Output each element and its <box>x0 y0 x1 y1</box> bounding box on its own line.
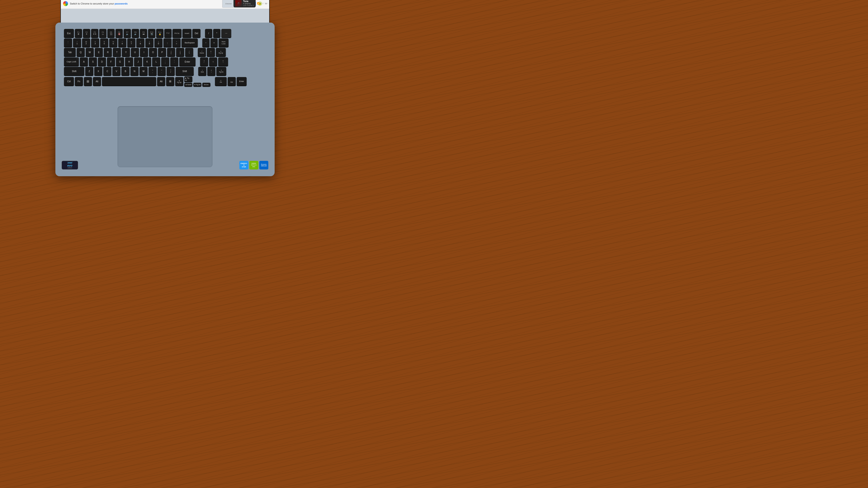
key-bracket-l[interactable]: {[ <box>167 48 175 57</box>
key-prtsc[interactable]: Prt Sc <box>173 29 182 37</box>
key-f[interactable]: F <box>107 57 115 66</box>
key-i[interactable]: I <box>140 48 148 57</box>
key-backspace[interactable]: Backspace <box>182 38 198 47</box>
key-r[interactable]: R <box>104 48 112 57</box>
key-numpad-plus[interactable]: + <box>211 38 218 47</box>
key-bracket-r[interactable]: }] <box>176 48 184 57</box>
key-h[interactable]: H <box>125 57 133 66</box>
key-z[interactable]: Z <box>85 67 93 75</box>
key-equals[interactable]: += <box>173 38 181 47</box>
key-o[interactable]: O <box>149 48 157 57</box>
key-f12[interactable]: F12 <box>164 29 172 37</box>
key-j[interactable]: J <box>134 57 142 66</box>
key-numpad-1[interactable]: 1End <box>198 67 206 75</box>
key-numpad-3[interactable]: 3Pg Dn <box>216 67 226 75</box>
key-g[interactable]: G <box>116 57 124 66</box>
key-c[interactable]: C <box>103 67 112 75</box>
key-t[interactable]: T <box>113 48 121 57</box>
key-numpad-7[interactable]: 7Home <box>198 48 206 57</box>
key-tab[interactable]: Tab <box>64 48 76 57</box>
key-b[interactable]: B <box>121 67 129 75</box>
key-semicolon[interactable]: :; <box>161 57 169 66</box>
trackpad[interactable] <box>118 106 213 167</box>
key-6[interactable]: ^6 <box>118 38 126 47</box>
key-v[interactable]: V <box>112 67 121 75</box>
key-5[interactable]: %5 <box>109 38 117 47</box>
key-fn[interactable]: Fn <box>75 77 83 86</box>
key-4[interactable]: $4 <box>100 38 108 47</box>
key-a[interactable]: A <box>80 57 88 66</box>
key-x[interactable]: X <box>94 67 102 75</box>
key-9[interactable]: (9 <box>145 38 153 47</box>
key-7[interactable]: &7 <box>127 38 135 47</box>
key-p[interactable]: P <box>158 48 166 57</box>
key-minus[interactable]: _- <box>163 38 172 47</box>
key-context[interactable]: ⊞ <box>166 77 174 86</box>
key-d[interactable]: D <box>98 57 106 66</box>
key-f3[interactable]: F3☀☀ <box>91 29 98 37</box>
key-f7[interactable]: F7🔈 <box>124 29 131 37</box>
key-arrow-up[interactable]: ▲Pg Up <box>175 77 183 86</box>
key-w[interactable]: W <box>86 48 94 57</box>
key-arrow-up2[interactable]: ▲ Pg Up <box>184 76 192 82</box>
key-f4[interactable]: F4▭ <box>99 29 106 37</box>
key-pgdn[interactable]: ▼ Pg Dn <box>193 83 202 86</box>
key-home[interactable]: ◄ Home <box>184 83 192 86</box>
key-numpad-dot[interactable]: .Del <box>228 77 236 86</box>
key-numpad-4[interactable]: 4← <box>200 57 208 66</box>
key-numpad-9[interactable]: 9Pg Up <box>216 48 226 57</box>
key-m[interactable]: M <box>140 67 148 75</box>
key-backslash[interactable]: |\ <box>185 48 193 57</box>
key-insert[interactable]: Insert <box>182 29 191 37</box>
key-space[interactable] <box>102 77 156 86</box>
key-numpad-8[interactable]: 8↑ <box>207 48 215 57</box>
key-f6[interactable]: F6🔇 <box>116 29 123 37</box>
key-numlock[interactable]: NumLock <box>219 38 228 47</box>
key-slash[interactable]: ?/ <box>166 67 175 75</box>
key-capslock[interactable]: Caps Lock <box>64 57 79 66</box>
key-numpad-mul[interactable]: * <box>213 29 220 37</box>
key-f8[interactable]: F8🔉 <box>132 29 139 37</box>
key-esc[interactable]: Esc <box>64 29 74 37</box>
key-numpad-2[interactable]: 2↓ <box>207 67 215 75</box>
key-0[interactable]: )0 <box>154 38 162 47</box>
key-end[interactable]: End ► <box>202 83 211 86</box>
key-comma[interactable]: <, <box>149 67 157 75</box>
key-f9[interactable]: F9⏮ <box>140 29 147 37</box>
key-shift-l[interactable]: Shift <box>64 67 84 75</box>
key-f10[interactable]: F10📷 <box>148 29 155 37</box>
key-1[interactable]: !1 <box>73 38 81 47</box>
key-numpad-div[interactable]: / <box>205 29 212 37</box>
key-l[interactable]: L <box>152 57 160 66</box>
key-2[interactable]: @2 <box>82 38 90 47</box>
key-e[interactable]: E <box>95 48 103 57</box>
key-shift-r[interactable]: Shift <box>176 67 194 75</box>
key-f5[interactable]: F5⬛ <box>107 29 115 37</box>
key-3[interactable]: #3 <box>91 38 99 47</box>
key-numpad-backspace[interactable]: — <box>221 29 231 37</box>
key-alt-r[interactable]: Alt <box>157 77 165 86</box>
key-f2[interactable]: F2☀ <box>83 29 90 37</box>
key-q[interactable]: Q <box>76 48 85 57</box>
key-k[interactable]: K <box>143 57 151 66</box>
key-numpad-5[interactable]: 5 <box>209 57 217 66</box>
key-win[interactable]: ⊞ <box>84 77 92 86</box>
key-numpad-minus[interactable]: − <box>202 38 210 47</box>
key-f11[interactable]: F11🔒 <box>156 29 163 37</box>
key-alt-l[interactable]: Alt <box>93 77 101 86</box>
key-numpad-0[interactable]: 0Ins <box>215 77 227 86</box>
key-f1[interactable]: F1⚙ <box>75 29 82 37</box>
key-quote[interactable]: "' <box>170 57 178 66</box>
key-period[interactable]: >. <box>158 67 166 75</box>
key-numpad-6[interactable]: 6→ <box>218 57 228 66</box>
key-ctrl-l[interactable]: Ctrl <box>64 77 74 86</box>
key-y[interactable]: Y <box>122 48 130 57</box>
key-n[interactable]: N <box>130 67 138 75</box>
key-8[interactable]: *8 <box>136 38 145 47</box>
key-tilde[interactable]: ~` <box>64 38 72 47</box>
key-u[interactable]: U <box>131 48 139 57</box>
key-numpad-enter[interactable]: Enter <box>237 77 247 86</box>
key-enter[interactable]: Enter <box>179 57 195 66</box>
key-s[interactable]: S <box>89 57 97 66</box>
key-del[interactable]: Del <box>192 29 200 37</box>
